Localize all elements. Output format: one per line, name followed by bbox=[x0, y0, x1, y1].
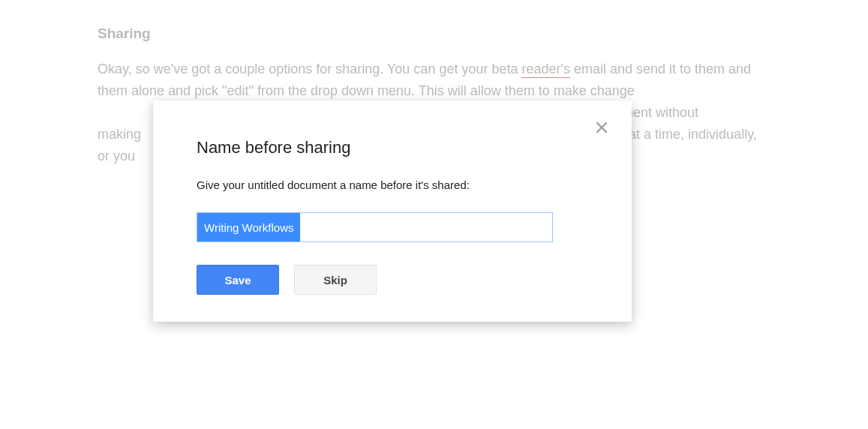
bg-frag-r2: at a time, individually, bbox=[625, 127, 757, 142]
bg-frag-l3: or you bbox=[98, 148, 135, 164]
document-name-field-wrapper: Writing Workflows bbox=[197, 212, 588, 242]
dialog-title: Name before sharing bbox=[197, 138, 588, 158]
bg-frag-l2: making bbox=[98, 127, 141, 142]
section-heading: Sharing bbox=[98, 22, 773, 45]
bg-text-before: Okay, so we've got a couple options for … bbox=[98, 62, 521, 76]
dialog-button-row: Save Skip bbox=[197, 265, 588, 295]
document-name-input[interactable] bbox=[197, 212, 553, 242]
skip-button[interactable]: Skip bbox=[294, 265, 377, 295]
close-icon[interactable] bbox=[593, 118, 611, 136]
dialog-instruction: Give your untitled document a name befor… bbox=[197, 178, 588, 191]
save-button[interactable]: Save bbox=[197, 265, 279, 295]
spellcheck-underline: reader's bbox=[521, 62, 569, 78]
name-before-sharing-dialog: Name before sharing Give your untitled d… bbox=[153, 100, 632, 322]
